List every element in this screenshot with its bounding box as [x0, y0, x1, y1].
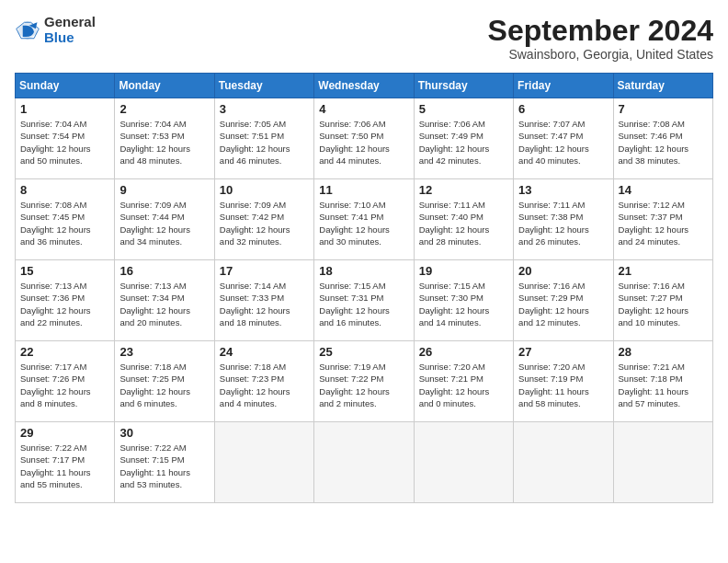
cell-data: Sunrise: 7:22 AM Sunset: 7:17 PM Dayligh…: [20, 442, 109, 490]
day-number: 7: [619, 102, 708, 116]
cell-data: Sunrise: 7:08 AM Sunset: 7:46 PM Dayligh…: [619, 118, 708, 167]
cell-data: Sunrise: 7:11 AM Sunset: 7:38 PM Dayligh…: [518, 199, 608, 247]
table-row: 4Sunrise: 7:06 AM Sunset: 7:50 PM Daylig…: [314, 98, 414, 179]
logo-icon: [15, 17, 40, 43]
col-tuesday: Tuesday: [214, 74, 313, 98]
cell-data: Sunrise: 7:12 AM Sunset: 7:37 PM Dayligh…: [619, 199, 708, 247]
logo-blue: Blue: [44, 30, 96, 46]
day-number: 20: [518, 264, 608, 278]
cell-data: Sunrise: 7:16 AM Sunset: 7:29 PM Dayligh…: [518, 280, 608, 328]
table-row: 30Sunrise: 7:22 AM Sunset: 7:15 PM Dayli…: [115, 422, 214, 503]
day-number: 1: [20, 102, 109, 116]
page-header: General Blue September 2024 Swainsboro, …: [15, 15, 713, 62]
day-number: 16: [119, 264, 209, 278]
day-number: 15: [20, 264, 109, 278]
table-row: 22Sunrise: 7:17 AM Sunset: 7:26 PM Dayli…: [16, 341, 115, 422]
cell-data: Sunrise: 7:18 AM Sunset: 7:23 PM Dayligh…: [220, 361, 309, 409]
day-number: 2: [119, 102, 209, 116]
day-number: 19: [419, 264, 508, 278]
logo-general: General: [44, 15, 96, 30]
header-row: Sunday Monday Tuesday Wednesday Thursday…: [16, 74, 713, 98]
logo: General Blue: [15, 15, 96, 45]
col-sunday: Sunday: [16, 74, 115, 98]
table-row: [414, 422, 513, 503]
table-row: [514, 422, 613, 503]
calendar-row: 8Sunrise: 7:08 AM Sunset: 7:45 PM Daylig…: [16, 179, 713, 260]
day-number: 21: [619, 264, 708, 278]
cell-data: Sunrise: 7:19 AM Sunset: 7:22 PM Dayligh…: [319, 361, 408, 409]
col-thursday: Thursday: [414, 74, 513, 98]
day-number: 18: [319, 264, 408, 278]
day-number: 27: [518, 345, 608, 359]
cell-data: Sunrise: 7:15 AM Sunset: 7:30 PM Dayligh…: [419, 280, 508, 328]
calendar-row: 22Sunrise: 7:17 AM Sunset: 7:26 PM Dayli…: [16, 341, 713, 422]
table-row: 2Sunrise: 7:04 AM Sunset: 7:53 PM Daylig…: [115, 98, 214, 179]
table-row: 10Sunrise: 7:09 AM Sunset: 7:42 PM Dayli…: [214, 179, 313, 260]
day-number: 12: [419, 183, 508, 197]
table-row: 11Sunrise: 7:10 AM Sunset: 7:41 PM Dayli…: [314, 179, 414, 260]
day-number: 23: [119, 345, 209, 359]
cell-data: Sunrise: 7:16 AM Sunset: 7:27 PM Dayligh…: [619, 280, 708, 328]
cell-data: Sunrise: 7:14 AM Sunset: 7:33 PM Dayligh…: [220, 280, 309, 328]
day-number: 30: [119, 426, 209, 440]
cell-data: Sunrise: 7:04 AM Sunset: 7:53 PM Dayligh…: [119, 118, 209, 167]
col-wednesday: Wednesday: [314, 74, 414, 98]
cell-data: Sunrise: 7:04 AM Sunset: 7:54 PM Dayligh…: [20, 118, 109, 167]
table-row: 1Sunrise: 7:04 AM Sunset: 7:54 PM Daylig…: [16, 98, 115, 179]
col-monday: Monday: [115, 74, 214, 98]
day-number: 6: [518, 102, 608, 116]
calendar-row: 1Sunrise: 7:04 AM Sunset: 7:54 PM Daylig…: [16, 98, 713, 179]
location: Swainsboro, Georgia, United States: [488, 47, 713, 62]
table-row: 16Sunrise: 7:13 AM Sunset: 7:34 PM Dayli…: [115, 260, 214, 341]
table-row: [214, 422, 313, 503]
calendar-table: Sunday Monday Tuesday Wednesday Thursday…: [15, 73, 713, 503]
day-number: 10: [220, 183, 309, 197]
table-row: 19Sunrise: 7:15 AM Sunset: 7:30 PM Dayli…: [414, 260, 513, 341]
cell-data: Sunrise: 7:18 AM Sunset: 7:25 PM Dayligh…: [119, 361, 209, 409]
table-row: 13Sunrise: 7:11 AM Sunset: 7:38 PM Dayli…: [514, 179, 613, 260]
day-number: 22: [20, 345, 109, 359]
day-number: 17: [220, 264, 309, 278]
cell-data: Sunrise: 7:05 AM Sunset: 7:51 PM Dayligh…: [220, 118, 309, 167]
day-number: 14: [619, 183, 708, 197]
table-row: 9Sunrise: 7:09 AM Sunset: 7:44 PM Daylig…: [115, 179, 214, 260]
table-row: 17Sunrise: 7:14 AM Sunset: 7:33 PM Dayli…: [214, 260, 313, 341]
cell-data: Sunrise: 7:10 AM Sunset: 7:41 PM Dayligh…: [319, 199, 408, 247]
cell-data: Sunrise: 7:21 AM Sunset: 7:18 PM Dayligh…: [619, 361, 708, 409]
day-number: 9: [119, 183, 209, 197]
cell-data: Sunrise: 7:13 AM Sunset: 7:36 PM Dayligh…: [20, 280, 109, 328]
table-row: 15Sunrise: 7:13 AM Sunset: 7:36 PM Dayli…: [16, 260, 115, 341]
table-row: 6Sunrise: 7:07 AM Sunset: 7:47 PM Daylig…: [514, 98, 613, 179]
day-number: 26: [419, 345, 508, 359]
day-number: 25: [319, 345, 408, 359]
table-row: 8Sunrise: 7:08 AM Sunset: 7:45 PM Daylig…: [16, 179, 115, 260]
cell-data: Sunrise: 7:09 AM Sunset: 7:44 PM Dayligh…: [119, 199, 209, 247]
table-row: 3Sunrise: 7:05 AM Sunset: 7:51 PM Daylig…: [214, 98, 313, 179]
cell-data: Sunrise: 7:07 AM Sunset: 7:47 PM Dayligh…: [518, 118, 608, 167]
table-row: [613, 422, 712, 503]
cell-data: Sunrise: 7:13 AM Sunset: 7:34 PM Dayligh…: [119, 280, 209, 328]
table-row: 23Sunrise: 7:18 AM Sunset: 7:25 PM Dayli…: [115, 341, 214, 422]
calendar-row: 29Sunrise: 7:22 AM Sunset: 7:17 PM Dayli…: [16, 422, 713, 503]
day-number: 24: [220, 345, 309, 359]
month-title: September 2024: [488, 15, 713, 47]
table-row: 24Sunrise: 7:18 AM Sunset: 7:23 PM Dayli…: [214, 341, 313, 422]
day-number: 28: [619, 345, 708, 359]
day-number: 11: [319, 183, 408, 197]
table-row: 14Sunrise: 7:12 AM Sunset: 7:37 PM Dayli…: [613, 179, 712, 260]
cell-data: Sunrise: 7:22 AM Sunset: 7:15 PM Dayligh…: [119, 442, 209, 490]
table-row: 7Sunrise: 7:08 AM Sunset: 7:46 PM Daylig…: [613, 98, 712, 179]
day-number: 5: [419, 102, 508, 116]
table-row: 18Sunrise: 7:15 AM Sunset: 7:31 PM Dayli…: [314, 260, 414, 341]
cell-data: Sunrise: 7:15 AM Sunset: 7:31 PM Dayligh…: [319, 280, 408, 328]
day-number: 4: [319, 102, 408, 116]
day-number: 3: [220, 102, 309, 116]
cell-data: Sunrise: 7:09 AM Sunset: 7:42 PM Dayligh…: [220, 199, 309, 247]
col-saturday: Saturday: [613, 74, 712, 98]
cell-data: Sunrise: 7:08 AM Sunset: 7:45 PM Dayligh…: [20, 199, 109, 247]
table-row: 21Sunrise: 7:16 AM Sunset: 7:27 PM Dayli…: [613, 260, 712, 341]
day-number: 13: [518, 183, 608, 197]
table-row: 12Sunrise: 7:11 AM Sunset: 7:40 PM Dayli…: [414, 179, 513, 260]
table-row: 20Sunrise: 7:16 AM Sunset: 7:29 PM Dayli…: [514, 260, 613, 341]
cell-data: Sunrise: 7:11 AM Sunset: 7:40 PM Dayligh…: [419, 199, 508, 247]
